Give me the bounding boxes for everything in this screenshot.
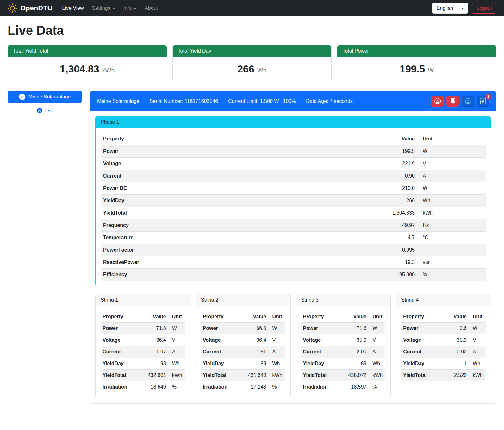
value-cell: 1.81 [239, 346, 268, 358]
table-row: ReactivePower19.3var [101, 256, 486, 269]
brand-link[interactable]: OpenDTU [8, 3, 52, 13]
inverter-card: Meine Solaranlage Serial Number: 1161716… [90, 91, 496, 404]
value-cell: 0.90 [290, 170, 417, 182]
table-row: Voltage35.9V [401, 334, 486, 346]
value-cell: 93 [139, 358, 168, 370]
summary-card-title: Total Yield Total [8, 45, 167, 57]
string-table-wrap: Property Value Unit Power71.8WVoltage36.… [96, 306, 190, 398]
unit-cell: % [368, 381, 385, 393]
property-cell: Voltage [401, 334, 443, 346]
table-row: Power66.0W [201, 323, 285, 334]
test-link-label: test [45, 108, 53, 113]
unit-cell: W [368, 323, 385, 334]
inverter-select-button[interactable]: Meine Solaranlage [8, 91, 82, 103]
phase-card-title: Phase 1 [96, 116, 491, 128]
column-header-unit: Unit [168, 311, 185, 323]
summary-row: Total Yield Total 1,304.83kWh Total Yiel… [8, 45, 496, 82]
unit-cell: W [417, 182, 486, 195]
nav-about[interactable]: About [140, 3, 162, 14]
unit-cell: kWh [469, 370, 486, 381]
value-cell: 18.649 [139, 381, 168, 393]
unit-cell [417, 244, 486, 256]
property-cell: Voltage [201, 334, 239, 346]
value-cell: 18.597 [339, 381, 368, 393]
column-header-value: Value [443, 311, 469, 323]
property-cell: Current [101, 170, 290, 182]
property-cell: Efficiency [101, 269, 290, 281]
unit-cell: kWh [268, 370, 285, 381]
property-cell: ReactivePower [101, 256, 290, 269]
property-cell: Power [101, 323, 139, 334]
string-card-2: String 2 Property Value Unit [196, 294, 291, 398]
unit-cell: kWh [417, 207, 486, 219]
sun-icon [8, 3, 17, 13]
table-header-row: Property Value Unit [201, 311, 285, 323]
table-row: YieldDay93Wh [101, 358, 185, 370]
property-cell: YieldDay [401, 358, 443, 370]
phase-table-wrap: Property Value Unit Power199.5WVoltage22… [96, 128, 491, 286]
string-card-title: String 3 [296, 294, 391, 306]
nav-info[interactable]: Info [119, 3, 140, 14]
table-row: Irradiation18.597% [301, 381, 386, 393]
property-cell: Irradiation [201, 381, 239, 393]
table-header-row: Property Value Unit [301, 311, 386, 323]
property-cell: Power [101, 145, 290, 158]
property-cell: Frequency [101, 219, 290, 232]
string-2-table: Property Value Unit Power66.0WVoltage36.… [201, 311, 285, 393]
power-toggle-button[interactable] [446, 96, 459, 107]
property-cell: YieldDay [101, 195, 290, 207]
logout-button[interactable]: Logout [472, 3, 496, 14]
language-select[interactable]: English [432, 3, 468, 14]
event-log-button[interactable]: 2 [477, 96, 489, 107]
summary-card-body: 1,304.83kWh [8, 57, 167, 82]
value-cell: 95.000 [290, 269, 417, 281]
property-cell: YieldTotal [401, 370, 443, 381]
summary-value: 1,304.83 [60, 63, 99, 75]
summary-unit: kWh [102, 67, 115, 74]
unit-cell: Wh [268, 358, 285, 370]
inverter-select-label: Meine Solaranlage [28, 94, 71, 100]
unit-cell: Wh [368, 358, 385, 370]
limit-settings-button[interactable] [431, 96, 444, 107]
unit-cell: V [368, 334, 385, 346]
dropdown-caret-icon [134, 8, 136, 9]
table-header-row: Property Value Unit [101, 133, 486, 145]
unit-cell: Hz [417, 219, 486, 232]
property-cell: Voltage [101, 334, 139, 346]
table-row: Temperature4.7°C [101, 232, 486, 244]
summary-card-title: Total Power [337, 45, 496, 57]
unit-cell: W [168, 323, 185, 334]
table-row: Power71.8W [101, 323, 185, 334]
brand-label: OpenDTU [20, 4, 52, 12]
value-cell: 0.02 [443, 346, 469, 358]
unit-cell: W [268, 323, 285, 334]
summary-value: 199.5 [400, 63, 425, 75]
x-circle-icon [37, 108, 42, 113]
value-cell: 35.9 [339, 334, 368, 346]
property-cell: Power [201, 323, 239, 334]
navbar-left: OpenDTU Live View Settings Info About [8, 3, 162, 14]
device-info-button[interactable] [462, 96, 474, 107]
unit-cell: A [268, 346, 285, 358]
value-cell: 0.995 [290, 244, 417, 256]
summary-card-yield-total: Total Yield Total 1,304.83kWh [8, 45, 167, 82]
unit-cell: kWh [368, 370, 385, 381]
column-header-property: Property [101, 311, 139, 323]
column-header-unit: Unit [417, 133, 486, 145]
value-cell: 431.640 [239, 370, 268, 381]
test-link[interactable]: test [8, 108, 82, 113]
unit-cell: W [417, 145, 486, 158]
nav-live-view[interactable]: Live View [58, 3, 88, 14]
property-cell: Power [301, 323, 339, 334]
property-cell: Current [201, 346, 239, 358]
value-cell: 89 [339, 358, 368, 370]
language-select-value: English [437, 5, 453, 11]
nav-settings[interactable]: Settings [88, 3, 119, 14]
table-row: Irradiation18.649% [101, 381, 185, 393]
column-header-unit: Unit [368, 311, 385, 323]
value-cell: 71.8 [139, 323, 168, 334]
value-cell: 0.6 [443, 323, 469, 334]
property-cell: Current [101, 346, 139, 358]
inverter-serial: Serial Number: 116171603546 [149, 98, 218, 104]
unit-cell: Wh [417, 195, 486, 207]
